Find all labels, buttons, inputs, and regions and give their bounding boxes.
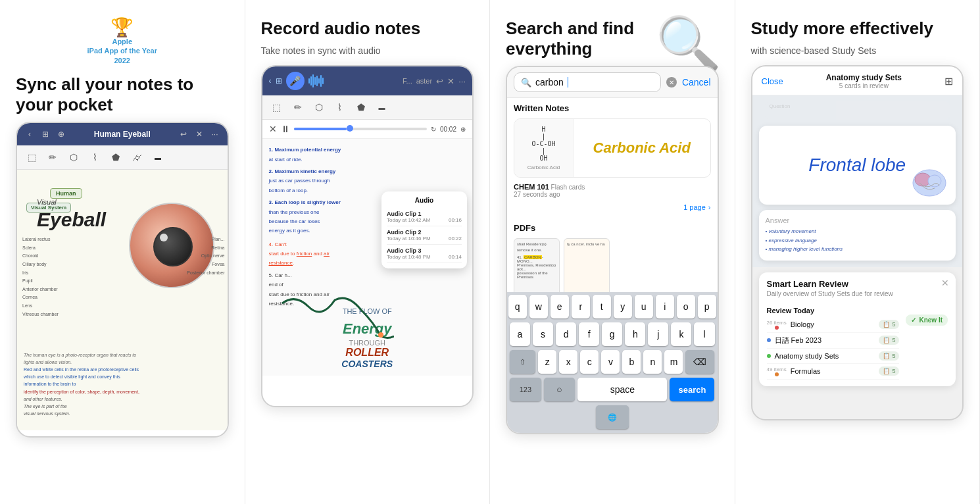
search-bar: 🔍 carbon ✕ Cancel — [507, 67, 718, 98]
panel4-heading: Study more effectively — [751, 18, 964, 39]
key-n[interactable]: n — [643, 350, 662, 374]
key-v[interactable]: v — [601, 350, 620, 374]
review-item-formulas[interactable]: 49 items Formulas 📋5 — [767, 364, 900, 380]
audio-timeline — [294, 128, 427, 130]
roller-text: ROLLER — [262, 347, 473, 359]
key-t[interactable]: t — [593, 295, 611, 318]
key-emoji[interactable]: ☺ — [544, 378, 576, 401]
key-y[interactable]: y — [614, 295, 632, 318]
review-item-anatomy[interactable]: Anatomy study Sets 📋5 — [767, 349, 900, 364]
slr-title: Smart Learn Review — [767, 279, 948, 289]
plus-icon: ⊕ — [55, 128, 67, 140]
audio-clip-1[interactable]: Audio Clip 1 Today at 10:42 AM 00:16 — [387, 208, 462, 226]
screenshot-icon-2: ⬚ — [269, 99, 285, 115]
written-notes-section-title: Written Notes — [507, 98, 718, 116]
audio-content-area: 1. Maximum potential energy at start of … — [262, 139, 473, 376]
key-k[interactable]: k — [671, 322, 691, 346]
key-numbers[interactable]: 123 — [510, 378, 541, 401]
key-b[interactable]: b — [622, 350, 641, 374]
eye-labels-right: Plan... Retina Optic nerve Fovea Posteri… — [187, 236, 224, 277]
panel-audio-notes: Record audio notes Take notes in sync wi… — [245, 0, 491, 504]
key-z[interactable]: z — [538, 350, 556, 374]
key-r[interactable]: r — [572, 295, 590, 318]
review-item-japanese[interactable]: 日語 Feb 2023 📋5 — [767, 333, 900, 349]
written-notes-card: H|O-C-OH|OH Carbonic Acid Carbonic Acid — [514, 118, 711, 178]
cancel-button[interactable]: Cancel — [682, 77, 711, 88]
audio-clip-2[interactable]: Audio Clip 2 Today at 10:46 PM 00:22 — [387, 226, 462, 245]
eyeball-heading: Visual Eyeball — [37, 189, 106, 230]
waveform-display — [308, 74, 399, 88]
phone-toolbar-1: ‹ ⊞ ⊕ Human Eyeball ↩ ✕ ··· — [17, 123, 228, 145]
color-swatch: ▬ — [150, 149, 166, 165]
layout-icon[interactable]: ⊞ — [944, 75, 953, 88]
flashcard-answer: Answer • voluntary movement • expressive… — [759, 210, 956, 261]
key-u[interactable]: u — [635, 295, 653, 318]
grid-icon: ⊞ — [39, 128, 51, 140]
stop-icon: ✕ — [269, 124, 277, 134]
key-q[interactable]: q — [508, 295, 527, 318]
carbonic-acid-label: Carbonic Acid — [593, 139, 691, 157]
keyboard[interactable]: q w e r t y u i o p a s d f g h — [507, 292, 718, 433]
key-h[interactable]: h — [625, 322, 645, 346]
key-s[interactable]: s — [533, 322, 553, 346]
pdfs-section: PDFs shall Resident(s) remove it one. 41… — [507, 218, 718, 300]
key-a[interactable]: a — [510, 322, 530, 346]
close-icon: ✕ — [193, 128, 205, 140]
knew-it-badge[interactable]: ✓ Knew It — [906, 315, 948, 326]
key-d[interactable]: d — [556, 322, 576, 346]
lasso-icon: ⌭ — [129, 149, 145, 165]
search-query: carbon — [535, 77, 564, 88]
dot-anatomy — [767, 354, 771, 358]
search-input-mock[interactable]: 🔍 carbon — [514, 72, 661, 92]
slr-close-button[interactable]: ✕ — [941, 278, 949, 288]
key-x[interactable]: x — [559, 350, 577, 374]
key-m[interactable]: m — [664, 350, 683, 374]
clear-search-icon[interactable]: ✕ — [666, 77, 677, 88]
dot-japanese — [767, 338, 771, 342]
screenshot-icon: ⬚ — [24, 149, 39, 165]
answer-lines: • voluntary movement • expressive langua… — [766, 227, 950, 254]
key-space[interactable]: space — [577, 378, 667, 401]
pdfs-section-title: PDFs — [507, 218, 718, 236]
toolbar-undo: ↩ — [436, 76, 443, 86]
mic-button[interactable]: 🎤 — [286, 72, 305, 90]
pen-icon: ✏ — [45, 149, 61, 165]
key-search[interactable]: search — [670, 378, 714, 401]
key-w[interactable]: w — [529, 295, 548, 318]
close-button[interactable]: Close — [762, 76, 783, 86]
keyboard-row-3: ⇧ z x c v b n m ⌫ — [507, 347, 718, 375]
chevron-right-icon: › — [708, 203, 711, 211]
award-badge: 🏆 Apple iPad App of the Year 2022 — [16, 18, 229, 65]
biology-badge: 📋5 — [879, 320, 899, 329]
chemical-formula: H|O-C-OH|OH — [531, 126, 555, 162]
key-l[interactable]: l — [694, 322, 714, 346]
key-g[interactable]: g — [602, 322, 622, 346]
phone-content-1: Visual System Human Visual Eyeball Later… — [17, 170, 228, 430]
review-item-biology[interactable]: 26 items Biology 📋5 — [767, 317, 900, 333]
key-f[interactable]: f — [579, 322, 599, 346]
panel2-subheading: Take notes in sync with audio — [261, 45, 474, 56]
shape-icon-2: ⬟ — [353, 99, 369, 115]
toolbar-title: Human Eyeball — [71, 130, 174, 139]
key-j[interactable]: j — [648, 322, 668, 346]
key-i[interactable]: i — [656, 295, 674, 318]
roller-coaster-notes: 1. Maximum potential energy at start of … — [262, 139, 378, 315]
toolbar-grid: ⊞ — [276, 76, 282, 86]
keyboard-row-1: q w e r t y u i o p — [507, 292, 718, 320]
phone-mockup-1: ‹ ⊞ ⊕ Human Eyeball ↩ ✕ ··· ⬚ ✏ ⬡ ⌇ ⬟ ⌭ … — [16, 122, 229, 438]
panel-search: 🔍 Search and find everything 🔍 carbon ✕ … — [490, 0, 735, 504]
flashcard-front[interactable]: Frontal lobe — [759, 126, 956, 205]
key-globe[interactable]: 🌐 — [596, 405, 629, 429]
key-o[interactable]: o — [677, 295, 695, 318]
back-icon: ‹ — [24, 128, 36, 140]
audio-clip-3[interactable]: Audio Clip 3 Today at 10:48 PM 00:14 — [387, 245, 462, 263]
key-shift[interactable]: ⇧ — [510, 350, 535, 374]
toolbar-text-f: F... — [403, 77, 412, 85]
key-delete[interactable]: ⌫ — [685, 350, 714, 374]
study-set-info: Anatomy study Sets 5 cards in review — [826, 73, 902, 89]
panel4-subheading: with science-based Study Sets — [751, 45, 964, 56]
key-p[interactable]: p — [698, 295, 716, 318]
key-c[interactable]: c — [580, 350, 599, 374]
pdf-thumb-2: ty ca ncer. inclu ve ha — [564, 238, 610, 297]
key-e[interactable]: e — [551, 295, 569, 318]
